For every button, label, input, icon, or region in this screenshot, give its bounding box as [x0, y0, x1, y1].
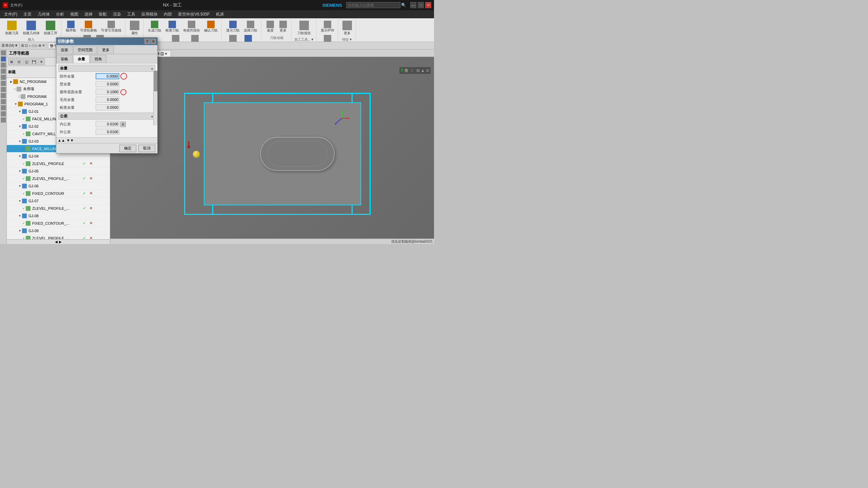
nav-scroll-right[interactable]: ▶ [59, 240, 62, 244]
menu-analysis[interactable]: 分析 [53, 11, 67, 18]
circle-slash-icon[interactable]: ⊘ [426, 68, 429, 73]
dialog-close-button[interactable]: ✕ [151, 39, 156, 44]
nav-item-zlevel-09[interactable]: ✓ ZLEVEL_PROFILE_... ✓ ✕ [7, 235, 110, 239]
guide-curve-button[interactable]: 可变引导曲线 [99, 20, 123, 34]
tab-space-range[interactable]: 空间范围 [73, 46, 97, 54]
machine-sim-button[interactable]: 机床仿真 [240, 34, 257, 42]
dialog-scroll-thumb[interactable] [154, 71, 157, 91]
left-icon-4[interactable] [1, 68, 6, 74]
close-button[interactable]: ✕ [425, 2, 431, 8]
sequential-mill-button[interactable]: 顺序铣 [64, 20, 78, 34]
speed-button[interactable]: 速度 [264, 20, 276, 34]
create-procedure-button[interactable]: 创建工序 [42, 20, 59, 37]
anim-more-button[interactable]: 更多 [277, 20, 289, 34]
nav-item-gj05[interactable]: ▼ GJ-05 [7, 167, 110, 175]
sub-icon2[interactable]: ⊡ [25, 43, 28, 48]
moon-icon[interactable]: ☽ [409, 68, 413, 73]
validity-report-button[interactable]: 有效性报告 [181, 20, 202, 34]
tab-remainder[interactable]: 余量 [73, 55, 90, 63]
tab-corner[interactable]: 拐角 [90, 55, 106, 63]
left-icon-1[interactable] [1, 50, 6, 56]
display-more-button[interactable]: 更多 [227, 34, 239, 42]
left-icon-2[interactable] [1, 56, 6, 62]
cancel-dialog-button[interactable]: 取消 [138, 145, 155, 152]
tp-report-button[interactable]: 刀轨报告 [296, 20, 313, 37]
zlevel-profile-x[interactable]: ✕ [87, 161, 94, 166]
menu-select[interactable]: 选择 [82, 11, 95, 18]
zlevel-05-x[interactable]: ✕ [87, 176, 94, 181]
fixed-contour-x[interactable]: ✕ [87, 191, 94, 196]
nav-item-zlevel-profile[interactable]: ✓ ZLEVEL_PROFILE ✓ ✕ [7, 160, 110, 167]
left-icon-10[interactable] [1, 105, 6, 110]
tab-connect[interactable]: 连接 [56, 46, 73, 54]
nav-item-fixed-contour-08[interactable]: ✓ FIXED_CONTOUR_... ✓ ✕ [7, 220, 110, 227]
nav-scroll-left[interactable]: ◀ [55, 240, 58, 244]
left-icon-7[interactable] [1, 87, 6, 92]
zlevel-07-x[interactable]: ✕ [87, 206, 94, 210]
left-icon-8[interactable] [1, 93, 6, 98]
sub-icon4[interactable]: ◇ [32, 43, 34, 48]
left-icon-3[interactable] [1, 62, 6, 68]
menu-internal[interactable]: 内部 [161, 11, 175, 18]
maximize-button[interactable]: □ [418, 2, 424, 8]
sub-icon6[interactable]: ⊕ [38, 43, 41, 48]
fixed-08-x[interactable]: ✕ [87, 221, 94, 225]
nav-item-gj08[interactable]: ▼ GJ-08 [7, 212, 110, 220]
menu-tools[interactable]: 工具 [124, 11, 138, 18]
left-icon-6[interactable] [1, 81, 6, 86]
properties-button[interactable]: 属性 [128, 20, 141, 37]
menu-appmodule[interactable]: 应用模块 [139, 11, 160, 18]
nav-tb-5[interactable]: ✕ [38, 58, 45, 65]
analyze-ipw-button[interactable]: 分析IPW [319, 34, 336, 42]
nav-tb-3[interactable]: ◱ [23, 58, 30, 65]
create-geometry-button[interactable]: 创建几何体 [21, 20, 41, 37]
show-ipw-button[interactable]: 显示IPW [319, 20, 336, 34]
left-icon-11[interactable] [1, 111, 6, 117]
dialog-scroll-up[interactable]: ▲▲ [58, 138, 65, 142]
zlevel-09-x[interactable]: ✕ [87, 236, 94, 239]
dialog-help-button[interactable]: ? [144, 39, 150, 44]
nav-item-zlevel-profile-05[interactable]: ✓ ZLEVEL_PROFILE_... ✓ ✕ [7, 175, 110, 182]
postproc-config-button[interactable]: 后处理配置器 [164, 34, 188, 42]
sub-icon1[interactable]: ⊞ [21, 43, 24, 48]
dot-icon[interactable]: · [414, 68, 415, 73]
select-toolpath-button[interactable]: 选择刀轨 [242, 20, 259, 34]
search-input[interactable] [346, 2, 400, 8]
search-icon[interactable]: 🔍 [401, 3, 406, 7]
minimize-button[interactable]: — [410, 2, 416, 8]
triangle-icon[interactable]: ▲ [421, 68, 425, 73]
sub-icon3[interactable]: ○ [28, 44, 31, 48]
left-icon-9[interactable] [1, 99, 6, 104]
tab-strategy[interactable]: 策略 [56, 55, 73, 63]
nav-item-gj09[interactable]: ▼ GJ-09 [7, 227, 110, 235]
menu-view[interactable]: 视图 [67, 11, 81, 18]
nav-tb-2[interactable]: ⊡ [16, 58, 22, 65]
sub-icon5[interactable]: ▷ [35, 43, 38, 48]
menu-file[interactable]: 文件(F) [1, 11, 20, 18]
variable-contour-button[interactable]: 可变轮廓铣 [78, 20, 99, 34]
menu-home[interactable]: 主页 [21, 11, 34, 18]
generate-toolpath-button[interactable]: 生成刀轨 [146, 20, 163, 34]
nav-item-gj06[interactable]: ▼ GJ-06 [7, 182, 110, 190]
part-remainder-input[interactable] [96, 73, 119, 79]
nav-item-zlevel-07[interactable]: ✓ ZLEVEL_PROFILE_... ✓ ✕ [7, 205, 110, 212]
nav-item-gj07[interactable]: ▼ GJ-07 [7, 197, 110, 205]
dialog-scroll-down[interactable]: ▼▼ [66, 138, 74, 142]
postproc-button[interactable]: 后处理 [188, 34, 202, 42]
remainder-collapse-icon[interactable]: ▲ [151, 67, 154, 70]
sub-icon7[interactable]: ✕ [42, 43, 45, 48]
left-icon-12[interactable] [1, 117, 6, 123]
show-toolpath-button[interactable]: 显示刀轨 [224, 20, 241, 34]
sub-menu[interactable]: 菜单(M)▼ [1, 43, 18, 48]
confirm-tp-button[interactable]: 确认刀轨 [202, 20, 219, 34]
menu-assembly[interactable]: 装配 [96, 11, 110, 18]
nav-item-gj04[interactable]: ▼ GJ-04 [7, 152, 110, 160]
menu-machine[interactable]: 机床 [213, 11, 227, 18]
dialog-scrollbar[interactable] [153, 71, 157, 125]
tab-more[interactable]: 更多 [98, 46, 114, 54]
cad-viewport[interactable]: 发现中心 _model1.prt ◫ × S 英 ☽ · ⊞ ▲ ⊘ [110, 49, 434, 244]
nav-tb-4[interactable]: 💾 [31, 58, 37, 65]
nav-item-fixed-contour[interactable]: ✓ FIXED_CONTOUR ✓ ✕ [7, 190, 110, 197]
create-tool-button[interactable]: 创建刀具 [3, 20, 20, 37]
check-toolpath-button[interactable]: 检查刀轨 [164, 20, 181, 34]
